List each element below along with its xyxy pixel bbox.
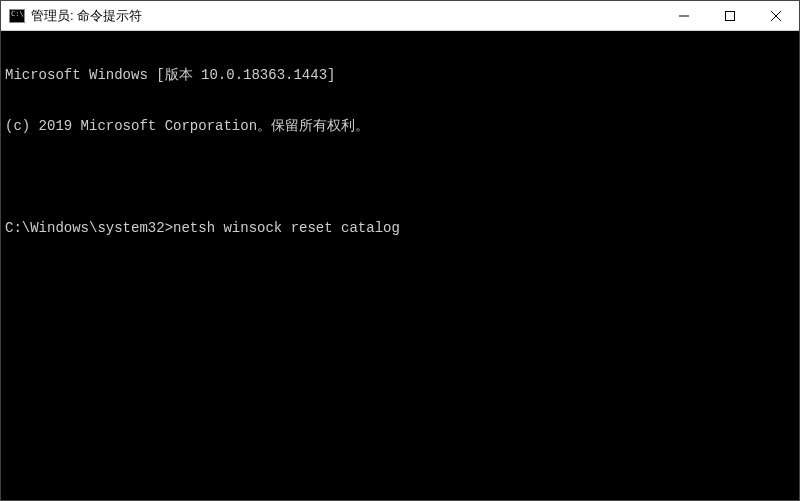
maximize-icon <box>725 11 735 21</box>
minimize-icon <box>679 11 689 21</box>
minimize-button[interactable] <box>661 1 707 30</box>
cmd-icon <box>9 9 25 23</box>
svg-rect-1 <box>726 11 735 20</box>
window-controls <box>661 1 799 30</box>
terminal-output-line: Microsoft Windows [版本 10.0.18363.1443] <box>5 67 795 84</box>
close-button[interactable] <box>753 1 799 30</box>
terminal-command-input[interactable] <box>173 220 795 237</box>
titlebar[interactable]: 管理员: 命令提示符 <box>1 1 799 31</box>
terminal-prompt-line: C:\Windows\system32> <box>5 220 795 237</box>
window-title: 管理员: 命令提示符 <box>31 7 142 25</box>
terminal-prompt: C:\Windows\system32> <box>5 220 173 237</box>
terminal-area[interactable]: Microsoft Windows [版本 10.0.18363.1443] (… <box>1 31 799 500</box>
close-icon <box>771 11 781 21</box>
maximize-button[interactable] <box>707 1 753 30</box>
cmd-window: 管理员: 命令提示符 Microsoft Windows [版本 10.0.18… <box>0 0 800 501</box>
terminal-blank-line <box>5 169 795 186</box>
terminal-output-line: (c) 2019 Microsoft Corporation。保留所有权利。 <box>5 118 795 135</box>
